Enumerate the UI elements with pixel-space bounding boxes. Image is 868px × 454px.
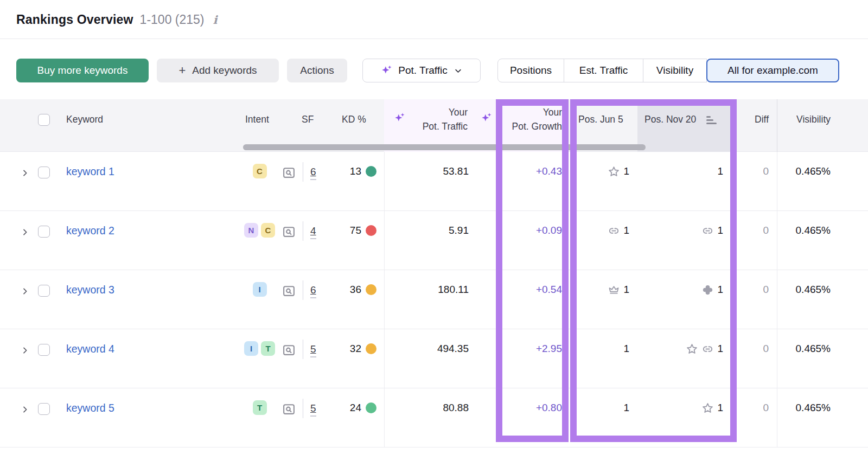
- serp-features-count[interactable]: 4: [310, 225, 316, 239]
- link-icon: [608, 225, 620, 237]
- pot-traffic-cell: 180.11: [384, 270, 497, 297]
- expand-row-icon[interactable]: [21, 405, 29, 414]
- serp-features-count[interactable]: 6: [310, 166, 316, 180]
- pot-growth-cell: +0.80: [497, 388, 569, 415]
- column-header-visibility[interactable]: Visibility: [796, 113, 831, 126]
- pos-nov20-cell: 1: [637, 270, 737, 297]
- expand-row-icon[interactable]: [21, 287, 29, 296]
- pot-growth-value: +2.95: [536, 341, 562, 356]
- pot-growth-value: +0.09: [536, 223, 562, 238]
- serp-features-count[interactable]: 5: [310, 402, 316, 417]
- row-checkbox[interactable]: [38, 226, 50, 238]
- column-header-pot-growth[interactable]: Your Pot. Growth: [512, 105, 562, 133]
- divider: [303, 399, 303, 418]
- visibility-cell: 0.465%: [777, 270, 868, 297]
- pot-traffic-value: 180.11: [438, 282, 469, 297]
- tab-visibility[interactable]: Visibility: [643, 59, 707, 82]
- column-header-pos-jun5[interactable]: Pos. Jun 5: [578, 113, 623, 126]
- serp-features-count[interactable]: 5: [310, 343, 316, 357]
- add-keywords-label: Add keywords: [192, 65, 257, 76]
- star-icon: [608, 165, 620, 178]
- keyword-cell: keyword 1: [0, 152, 237, 179]
- sort-descending-icon[interactable]: [706, 116, 717, 125]
- intent-badge-t: T: [261, 341, 275, 356]
- pos-nov20-cell: 1: [637, 211, 737, 238]
- pot-traffic-value: 80.88: [443, 400, 469, 415]
- pot-growth-cell: +0.09: [497, 211, 569, 238]
- pos-nov20-value: 1: [717, 223, 723, 238]
- actions-button[interactable]: Actions: [287, 59, 347, 82]
- column-header-keyword[interactable]: Keyword: [66, 113, 103, 126]
- intent-badge-n: N: [244, 223, 258, 238]
- star-icon: [686, 343, 698, 355]
- serp-features-icon[interactable]: [282, 402, 296, 416]
- info-icon[interactable]: i: [213, 13, 218, 27]
- diff-value: 0: [763, 400, 769, 415]
- table-row: keyword 2 NC 4 75 5.91 +0.09 1 1 0 0.465…: [0, 211, 868, 270]
- column-header-pos-nov20[interactable]: Pos. Nov 20: [644, 113, 696, 126]
- pos-jun5-value: 1: [623, 341, 629, 356]
- kd-cell: 75: [332, 211, 384, 238]
- metric-dropdown[interactable]: Pot. Traffic: [362, 59, 481, 82]
- keyword-link[interactable]: keyword 3: [66, 282, 114, 297]
- page-title: Rankings Overview: [16, 12, 133, 27]
- serp-features-icon[interactable]: [282, 225, 296, 239]
- row-checkbox[interactable]: [38, 167, 50, 178]
- expand-row-icon[interactable]: [21, 228, 29, 236]
- column-header-kd[interactable]: KD %: [342, 113, 366, 126]
- intent-cell: NC: [237, 211, 282, 238]
- table-row: keyword 4 IT 5 32 494.35 +2.95 1 1 0 0.4…: [0, 329, 868, 388]
- table-body: keyword 1 C 6 13 53.81 +0.43 1 1 0 0.465…: [0, 152, 868, 447]
- serp-features-cell: 4: [282, 211, 332, 241]
- pot-traffic-cell: 80.88: [384, 388, 497, 415]
- visibility-value: 0.465%: [796, 282, 831, 297]
- select-all-checkbox[interactable]: [38, 114, 50, 126]
- keyword-link[interactable]: keyword 1: [66, 164, 114, 179]
- diff-value: 0: [763, 164, 769, 179]
- tab-all-for-domain[interactable]: All for example.com: [706, 59, 839, 82]
- keyword-link[interactable]: keyword 5: [66, 400, 114, 415]
- pos-nov20-value: 1: [717, 341, 723, 356]
- row-checkbox[interactable]: [38, 285, 50, 297]
- table-row: keyword 5 T 5 24 80.88 +0.80 1 1 0 0.465…: [0, 388, 868, 447]
- serp-features-count[interactable]: 6: [310, 284, 316, 298]
- kd-difficulty-dot: [366, 225, 376, 236]
- pos-jun5-cell: 1: [569, 270, 637, 297]
- add-keywords-button[interactable]: + Add keywords: [157, 59, 279, 82]
- diff-value: 0: [763, 341, 769, 356]
- row-checkbox[interactable]: [38, 344, 50, 356]
- buy-more-keywords-button[interactable]: Buy more keywords: [16, 59, 149, 82]
- pos-nov20-cell: 1: [637, 152, 737, 179]
- column-header-sf[interactable]: SF: [302, 113, 314, 126]
- column-header-pot-traffic[interactable]: Your Pot. Traffic: [423, 105, 468, 133]
- intent-cell: T: [237, 388, 282, 415]
- diff-cell: 0: [737, 270, 777, 297]
- clover-icon: [701, 284, 714, 296]
- pos-nov20-value: 1: [717, 400, 723, 415]
- pos-nov20-value: 1: [717, 164, 723, 179]
- column-header-diff[interactable]: Diff: [755, 113, 769, 126]
- intent-badge-i: I: [244, 341, 258, 356]
- keyword-link[interactable]: keyword 2: [66, 223, 114, 238]
- kd-value: 36: [350, 282, 361, 297]
- keyword-link[interactable]: keyword 4: [66, 341, 114, 356]
- intent-cell: C: [237, 152, 282, 178]
- metric-dropdown-label: Pot. Traffic: [398, 65, 447, 76]
- row-checkbox[interactable]: [38, 403, 50, 415]
- serp-features-icon[interactable]: [282, 284, 296, 298]
- horizontal-scrollbar[interactable]: [243, 144, 646, 150]
- pot-traffic-value: 5.91: [449, 223, 469, 238]
- tab-positions[interactable]: Positions: [497, 59, 564, 82]
- column-header-intent[interactable]: Intent: [245, 113, 269, 126]
- pos-jun5-cell: 1: [569, 211, 637, 238]
- sparkle-icon: [394, 112, 406, 124]
- pos-jun5-cell: 1: [569, 388, 637, 415]
- intent-badge-c: C: [261, 223, 275, 238]
- serp-features-icon[interactable]: [282, 166, 296, 180]
- tab-est-traffic[interactable]: Est. Traffic: [564, 59, 643, 82]
- expand-row-icon[interactable]: [21, 169, 29, 177]
- expand-row-icon[interactable]: [21, 346, 29, 355]
- pot-growth-value: +0.54: [536, 282, 562, 297]
- link-icon: [701, 225, 714, 237]
- serp-features-icon[interactable]: [282, 343, 296, 357]
